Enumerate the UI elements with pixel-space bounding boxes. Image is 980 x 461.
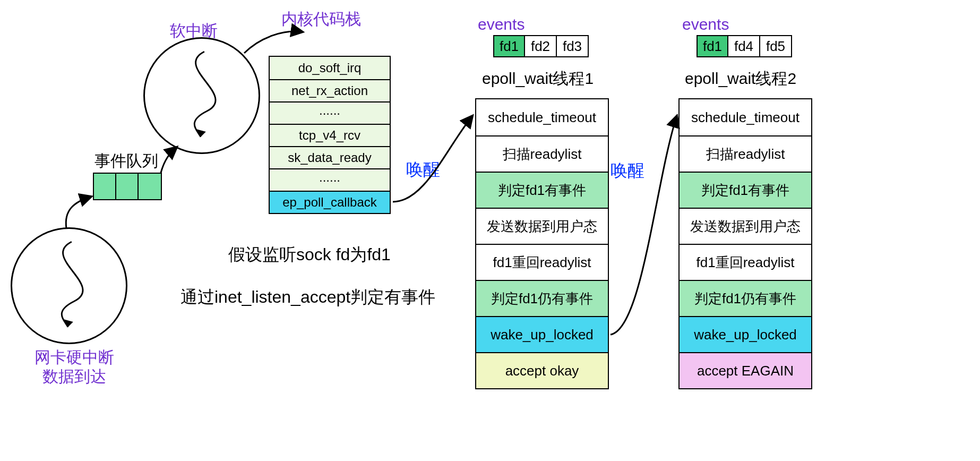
fd-cell: fd2 [525, 35, 557, 57]
thread-stack-row: wake_up_locked [476, 316, 608, 352]
kernel-stack-row: ep_poll_callback [270, 191, 390, 213]
thread-stack-row: fd1重回readylist [680, 244, 811, 280]
thread2-stack: schedule_timeout扫描readylist判定fd1有事件发送数据到… [678, 98, 812, 389]
wake-label-1: 唤醒 [406, 159, 440, 180]
kernel-stack-row: do_soft_irq [270, 57, 390, 79]
thread-stack-row: 发送数据到用户态 [680, 208, 811, 244]
kernel-stack-title: 内核代码栈 [281, 10, 361, 29]
hard-irq-label: 网卡硬中断 数据到达 [21, 348, 127, 386]
thread-stack-row: schedule_timeout [476, 99, 608, 135]
kernel-stack-row: net_rx_action [270, 79, 390, 101]
thread1-stack: schedule_timeout扫描readylist判定fd1有事件发送数据到… [475, 98, 609, 389]
fd-row-2: fd1fd4fd5 [697, 35, 792, 57]
hard-irq-circle [11, 227, 127, 344]
hard-irq-line2: 数据到达 [42, 368, 106, 385]
thread-stack-row: 判定fd1仍有事件 [680, 280, 811, 316]
assumption-line1: 假设监听sock fd为fd1 [228, 244, 391, 264]
hard-irq-line1: 网卡硬中断 [35, 348, 114, 366]
kernel-stack: do_soft_irqnet_rx_action······tcp_v4_rcv… [269, 56, 391, 214]
fd-cell: fd3 [557, 35, 589, 57]
kernel-stack-row: ······ [270, 101, 390, 124]
events-label-1: events [478, 15, 525, 34]
thread-stack-row: wake_up_locked [680, 316, 811, 352]
fd-cell: fd4 [728, 35, 760, 57]
thread1-title: epoll_wait线程1 [482, 69, 594, 88]
thread-stack-row: accept EAGAIN [680, 352, 811, 388]
queue-cell [139, 174, 161, 199]
queue-cell [94, 174, 116, 199]
thread-stack-row: 判定fd1有事件 [476, 172, 608, 208]
assumption-line2: 通过inet_listen_accept判定有事件 [180, 287, 435, 307]
queue-cell [116, 174, 139, 199]
thread-stack-row: accept okay [476, 352, 608, 388]
event-queue-label: 事件队列 [94, 151, 158, 170]
thread-stack-row: 发送数据到用户态 [476, 208, 608, 244]
fd-row-1: fd1fd2fd3 [493, 35, 589, 57]
thread-stack-row: fd1重回readylist [476, 244, 608, 280]
fd-cell: fd5 [760, 35, 792, 57]
diagram-canvas: 软中断 网卡硬中断 数据到达 事件队列 内核代码栈 do_soft_irqnet… [0, 0, 980, 461]
fd-cell: fd1 [493, 35, 525, 57]
thread-stack-row: 判定fd1有事件 [680, 172, 811, 208]
event-queue [93, 173, 162, 200]
thread-stack-row: 判定fd1仍有事件 [476, 280, 608, 316]
fd-cell: fd1 [697, 35, 728, 57]
soft-irq-label: 软中断 [170, 21, 218, 40]
soft-irq-circle [143, 37, 260, 154]
kernel-stack-row: sk_data_ready [270, 146, 390, 168]
events-label-2: events [682, 15, 729, 34]
thread-stack-row: 扫描readylist [476, 135, 608, 172]
thread-stack-row: schedule_timeout [680, 99, 811, 135]
wake-label-2: 唤醒 [611, 160, 644, 181]
kernel-stack-row: ······ [270, 168, 390, 191]
thread2-title: epoll_wait线程2 [685, 69, 796, 88]
kernel-stack-row: tcp_v4_rcv [270, 124, 390, 146]
thread-stack-row: 扫描readylist [680, 135, 811, 172]
